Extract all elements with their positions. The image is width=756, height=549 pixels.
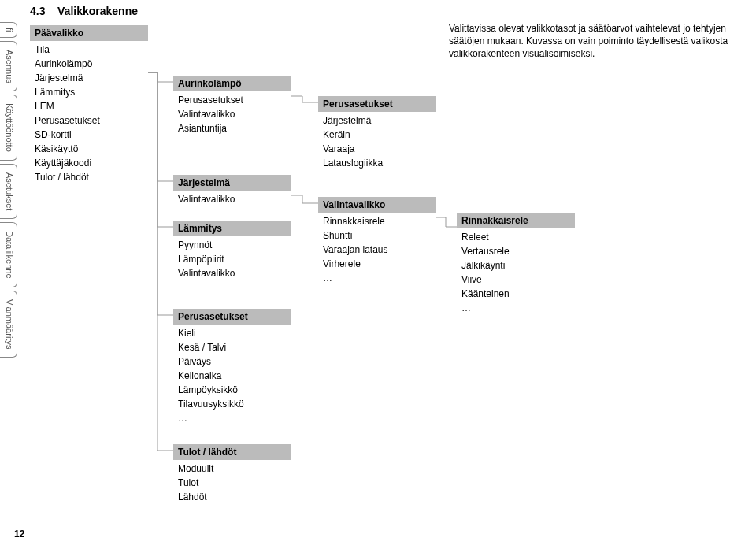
list-item[interactable]: Kieli: [173, 326, 291, 340]
list-item[interactable]: Tulot: [173, 476, 291, 490]
list-item[interactable]: Rinnakkaisrele: [318, 214, 436, 228]
menu-tulot-lahdot: Tulot / lähdöt Moduulit Tulot Lähdöt: [173, 444, 291, 504]
list-item[interactable]: Perusasetukset: [173, 93, 291, 107]
list-item[interactable]: Käsikäyttö: [30, 142, 148, 156]
menu-rinnakkaisrele: Rinnakkaisrele Releet Vertausrele Jälkik…: [457, 213, 575, 315]
list-item[interactable]: Tilavuusyksikkö: [173, 397, 291, 411]
list-item[interactable]: Aurinkolämpö: [30, 57, 148, 71]
menu-header: Perusasetukset: [173, 309, 291, 325]
list-item: …: [318, 271, 436, 285]
menu-perusasetukset: Perusasetukset Kieli Kesä / Talvi Päiväy…: [173, 309, 291, 425]
list-item[interactable]: Latauslogiikka: [318, 156, 436, 170]
list-item[interactable]: Käänteinen: [457, 287, 575, 301]
list-item[interactable]: Vertausrele: [457, 244, 575, 258]
list-item[interactable]: Releet: [457, 230, 575, 244]
list-item[interactable]: LEM: [30, 99, 148, 113]
section-heading: 4.3 Valikkorakenne: [30, 5, 138, 17]
list-item[interactable]: Käyttäjäkoodi: [30, 156, 148, 170]
menu-header: Lämmitys: [173, 221, 291, 236]
side-tab-kayttoonotto[interactable]: Käyttöönotto: [0, 95, 17, 161]
section-title: Valikkorakenne: [57, 5, 138, 17]
list-item[interactable]: Järjestelmä: [30, 71, 148, 85]
list-item[interactable]: Virherele: [318, 257, 436, 271]
list-item[interactable]: Valintavalikko: [173, 266, 291, 280]
section-description: Valittavissa olevat valikkotasot ja säät…: [449, 22, 740, 61]
list-item[interactable]: Varaajan lataus: [318, 243, 436, 257]
list-item[interactable]: Lämpöpiirit: [173, 252, 291, 266]
menu-jarjestelma: Järjestelmä Valintavalikko: [173, 175, 291, 206]
list-item[interactable]: Perusasetukset: [30, 113, 148, 128]
list-item[interactable]: Shuntti: [318, 228, 436, 243]
menu-header: Perusasetukset: [318, 96, 436, 112]
list-item: …: [457, 301, 575, 315]
menu-header: Tulot / lähdöt: [173, 444, 291, 460]
menu-header: Valintavalikko: [318, 197, 436, 213]
side-tab-fi[interactable]: fi: [0, 22, 17, 38]
side-tab-asennus[interactable]: Asennus: [0, 41, 17, 92]
list-item[interactable]: Lämpöyksikkö: [173, 383, 291, 397]
menu-valintavalikko-3: Valintavalikko Rinnakkaisrele Shuntti Va…: [318, 197, 436, 285]
menu-paavalikko: Päävalikko Tila Aurinkolämpö Järjestelmä…: [30, 25, 148, 184]
menu-aurinkolampo: Aurinkolämpö Perusasetukset Valintavalik…: [173, 76, 291, 135]
menu-header-paavalikko: Päävalikko: [30, 25, 148, 41]
list-item[interactable]: Kesä / Talvi: [173, 340, 291, 354]
section-number: 4.3: [30, 5, 45, 17]
list-item[interactable]: Lähdöt: [173, 490, 291, 504]
list-item[interactable]: Varaaja: [318, 142, 436, 156]
side-tab-asetukset[interactable]: Asetukset: [0, 164, 17, 219]
list-item[interactable]: Jälkikäynti: [457, 258, 575, 273]
list-item[interactable]: Kellonaika: [173, 369, 291, 383]
list-item[interactable]: SD-kortti: [30, 128, 148, 142]
list-item[interactable]: Asiantuntija: [173, 121, 291, 135]
list-item[interactable]: Moduulit: [173, 462, 291, 476]
list-item[interactable]: Keräin: [318, 128, 436, 142]
menu-lammitys: Lämmitys Pyynnöt Lämpöpiirit Valintavali…: [173, 221, 291, 280]
menu-perusasetukset-3: Perusasetukset Järjestelmä Keräin Varaaj…: [318, 96, 436, 170]
menu-header: Aurinkolämpö: [173, 76, 291, 91]
list-item[interactable]: Lämmitys: [30, 85, 148, 99]
list-item[interactable]: Viive: [457, 273, 575, 287]
page-number: 12: [14, 529, 24, 540]
list-item[interactable]: Pyynnöt: [173, 238, 291, 252]
list-item[interactable]: Valintavalikko: [173, 107, 291, 121]
list-item[interactable]: Valintavalikko: [173, 192, 291, 206]
side-tab-vianmaaritys[interactable]: Vianmääritys: [0, 291, 17, 358]
list-item[interactable]: Tila: [30, 43, 148, 57]
menu-header: Järjestelmä: [173, 175, 291, 191]
side-tabs: fi Asennus Käyttöönotto Asetukset Datali…: [0, 0, 17, 358]
list-item[interactable]: Päiväys: [173, 354, 291, 369]
list-item: …: [173, 411, 291, 425]
side-tab-dataliikenne[interactable]: Dataliikenne: [0, 222, 17, 287]
menu-header: Rinnakkaisrele: [457, 213, 575, 228]
list-item[interactable]: Järjestelmä: [318, 113, 436, 128]
list-item[interactable]: Tulot / lähdöt: [30, 170, 148, 184]
